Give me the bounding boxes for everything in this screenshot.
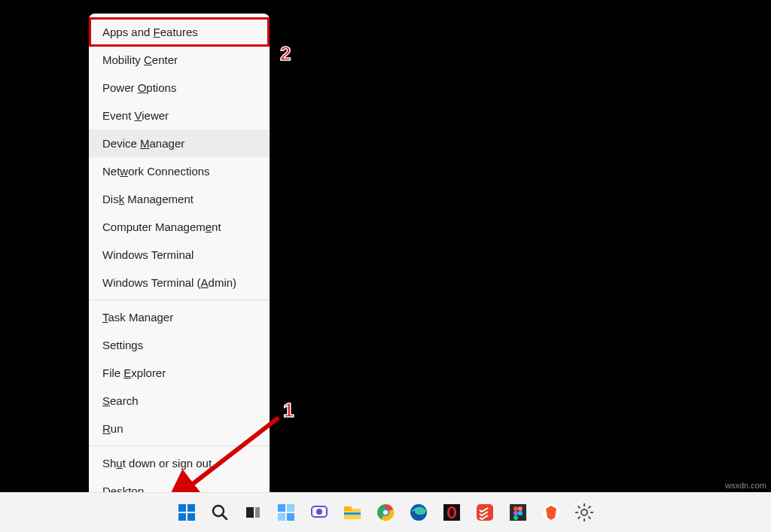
svg-point-14	[316, 509, 322, 515]
svg-point-27	[513, 506, 518, 511]
menu-item-device-manager[interactable]: Device Manager	[89, 129, 270, 157]
chrome-icon[interactable]	[374, 501, 397, 524]
settings-icon[interactable]	[573, 501, 596, 524]
svg-point-29	[513, 511, 518, 515]
menu-item-search[interactable]: Search	[89, 387, 270, 415]
svg-line-40	[578, 517, 581, 519]
desktop: Apps and FeaturesMobility CenterPower Op…	[0, 0, 771, 532]
menu-separator	[89, 445, 270, 446]
annotation-badge-1: 1	[283, 399, 294, 422]
menu-item-network-connections[interactable]: Network Connections	[89, 157, 270, 185]
svg-rect-2	[187, 504, 195, 512]
start-icon[interactable]	[175, 501, 198, 524]
menu-item-windows-terminal-admin[interactable]: Windows Terminal (Admin)	[89, 269, 270, 296]
svg-rect-12	[287, 513, 294, 521]
svg-rect-7	[246, 507, 254, 518]
widgets-icon[interactable]	[275, 501, 297, 524]
svg-line-6	[222, 515, 227, 519]
svg-rect-10	[287, 504, 294, 512]
svg-rect-16	[344, 506, 352, 511]
winx-menu: Apps and FeaturesMobility CenterPower Op…	[89, 14, 270, 509]
menu-item-shut-down-or-sign-out[interactable]: Shut down or sign out	[89, 449, 270, 477]
svg-line-41	[589, 506, 591, 509]
menu-item-file-explorer[interactable]: File Explorer	[89, 359, 270, 387]
opera-icon[interactable]	[440, 501, 463, 524]
svg-rect-1	[178, 504, 186, 512]
menu-item-event-viewer[interactable]: Event Viewer	[89, 102, 270, 129]
menu-item-power-options[interactable]: Power Options	[89, 74, 270, 102]
menu-item-apps-and-features[interactable]: Apps and Features	[89, 17, 270, 47]
annotation-badge-2: 2	[280, 42, 291, 65]
menu-item-mobility-center[interactable]: Mobility Center	[89, 46, 270, 74]
todoist-icon[interactable]	[474, 501, 496, 524]
svg-rect-26	[510, 504, 526, 521]
svg-rect-17	[344, 512, 361, 515]
svg-rect-25	[477, 504, 493, 521]
svg-rect-4	[187, 513, 195, 521]
figma-icon[interactable]	[507, 501, 529, 524]
svg-point-30	[518, 511, 523, 515]
menu-item-task-manager[interactable]: Task Manager	[89, 303, 270, 331]
file-explorer-icon[interactable]	[341, 501, 364, 524]
svg-rect-3	[178, 513, 186, 521]
taskbar	[0, 492, 771, 532]
svg-point-28	[518, 506, 523, 511]
menu-separator	[89, 299, 270, 300]
menu-item-disk-management[interactable]: Disk Management	[89, 185, 270, 213]
svg-rect-8	[255, 507, 260, 518]
brave-icon[interactable]	[540, 501, 562, 524]
search-icon[interactable]	[209, 501, 231, 524]
menu-item-windows-terminal[interactable]: Windows Terminal	[89, 241, 270, 269]
svg-point-31	[513, 515, 518, 520]
menu-item-settings[interactable]: Settings	[89, 331, 270, 359]
svg-point-24	[449, 508, 454, 517]
menu-item-run[interactable]: Run	[89, 415, 270, 442]
svg-rect-9	[278, 504, 285, 512]
watermark-text: wsxdn.com	[725, 481, 766, 490]
svg-line-39	[589, 517, 591, 519]
svg-point-20	[383, 510, 388, 515]
svg-line-38	[578, 506, 581, 509]
svg-point-33	[581, 509, 587, 515]
taskview-icon[interactable]	[242, 501, 264, 524]
edge-icon[interactable]	[407, 501, 430, 524]
chat-icon[interactable]	[308, 501, 331, 524]
svg-rect-11	[278, 513, 285, 521]
menu-item-computer-management[interactable]: Computer Management	[89, 213, 270, 241]
